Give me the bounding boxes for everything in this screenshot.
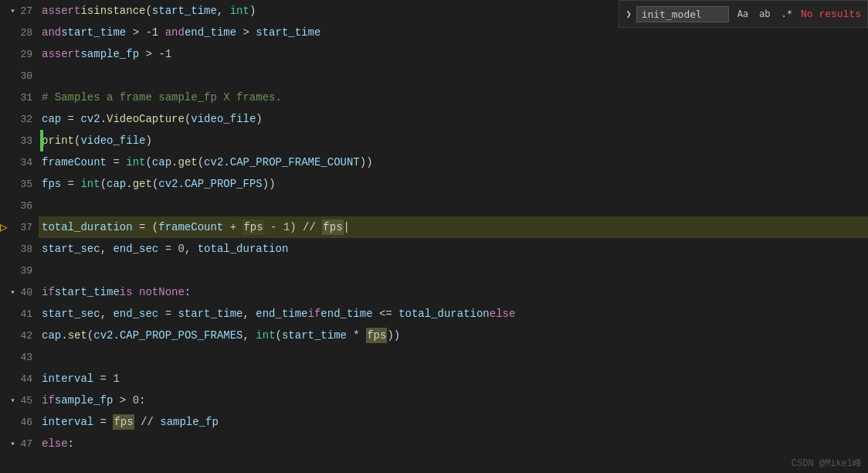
code-content: if start_time is not None: bbox=[39, 281, 868, 303]
code-content: fps = int(cap.get(cv2.CAP_PROP_FPS)) bbox=[39, 173, 868, 195]
code-line: 29 assert sample_fp > -1 bbox=[0, 43, 868, 65]
code-content: # Samples a frame sample_fp X frames. bbox=[39, 87, 868, 108]
line-number: 31 bbox=[20, 92, 32, 104]
code-line: 36 bbox=[0, 195, 868, 216]
code-content bbox=[39, 260, 868, 281]
code-line: 41 start_sec, end_sec = start_time, end_… bbox=[0, 303, 868, 325]
fold-arrow-icon[interactable]: ▾ bbox=[8, 6, 17, 15]
code-content: cap.set(cv2.CAP_PROP_POS_FRAMES, int(sta… bbox=[39, 325, 868, 346]
search-whole-word-button[interactable]: ab bbox=[755, 7, 774, 21]
search-input[interactable] bbox=[636, 6, 729, 22]
line-number: 43 bbox=[20, 352, 32, 363]
line-number-gutter: ▾45 bbox=[0, 390, 39, 411]
fold-arrow-icon[interactable]: ▾ bbox=[8, 288, 17, 297]
search-options: Aa ab .* bbox=[734, 7, 796, 21]
code-content: else: bbox=[39, 433, 868, 454]
line-number: 47 bbox=[20, 438, 32, 450]
line-number: 35 bbox=[20, 179, 32, 190]
line-number: 27 bbox=[20, 5, 32, 17]
line-number: 42 bbox=[20, 330, 32, 342]
code-line: ▷37 total_duration = (frameCount + fps -… bbox=[0, 216, 868, 238]
code-line: 33 print(video_file) bbox=[0, 130, 868, 151]
line-number-gutter: 38 bbox=[0, 238, 39, 260]
line-number: 30 bbox=[20, 70, 32, 82]
code-content: start_sec, end_sec = start_time, end_tim… bbox=[39, 303, 868, 325]
line-number-gutter: 46 bbox=[0, 411, 39, 433]
line-number-gutter: 39 bbox=[0, 260, 39, 281]
code-content bbox=[39, 195, 868, 216]
line-number-gutter: 44 bbox=[0, 368, 39, 390]
code-content: print(video_file) bbox=[39, 130, 868, 151]
line-number-gutter: ▾47 bbox=[0, 433, 39, 454]
search-forward-icon: ❯ bbox=[626, 9, 631, 20]
search-regex-button[interactable]: .* bbox=[778, 7, 796, 21]
code-content: assert sample_fp > -1 bbox=[39, 43, 868, 65]
line-number-gutter: 30 bbox=[0, 65, 39, 87]
code-line: ▾45 if sample_fp > 0: bbox=[0, 390, 868, 411]
search-no-results: No results bbox=[801, 9, 861, 20]
line-number: 34 bbox=[20, 157, 32, 168]
watermark: CSDN @Mikel峰 bbox=[792, 457, 862, 470]
line-number: 40 bbox=[20, 287, 32, 298]
line-number: 32 bbox=[20, 114, 32, 125]
code-content: start_sec, end_sec = 0, total_duration bbox=[39, 238, 868, 260]
debug-breakpoint-icon: ▷ bbox=[0, 219, 8, 235]
line-number-gutter: 42 bbox=[0, 325, 39, 346]
code-content: frameCount = int(cap.get(cv2.CAP_PROP_FR… bbox=[39, 151, 868, 173]
code-editor: ▾27 assert isinstance(start_time, int)28… bbox=[0, 0, 868, 454]
line-number-gutter: 31 bbox=[0, 87, 39, 108]
code-line: 42 cap.set(cv2.CAP_PROP_POS_FRAMES, int(… bbox=[0, 325, 868, 346]
line-number: 44 bbox=[20, 373, 32, 385]
line-number: 33 bbox=[20, 135, 32, 147]
code-content: total_duration = (frameCount + fps - 1) … bbox=[39, 216, 868, 238]
code-line: 39 bbox=[0, 260, 868, 281]
code-line: ▾47 else: bbox=[0, 433, 868, 454]
line-number-gutter: 43 bbox=[0, 346, 39, 368]
code-content: if sample_fp > 0: bbox=[39, 390, 868, 411]
line-number: 39 bbox=[20, 265, 32, 277]
line-number-gutter: ▾27 bbox=[0, 0, 39, 22]
line-number: 38 bbox=[20, 243, 32, 255]
code-content: interval = 1 bbox=[39, 368, 868, 390]
code-line: 46 interval = fps // sample_fp bbox=[0, 411, 868, 433]
code-content bbox=[39, 346, 868, 368]
line-number: 36 bbox=[20, 200, 32, 212]
line-number: 45 bbox=[20, 395, 32, 407]
code-line: 38 start_sec, end_sec = 0, total_duratio… bbox=[0, 238, 868, 260]
line-number-gutter: 29 bbox=[0, 43, 39, 65]
line-number-gutter: 33 bbox=[0, 130, 39, 151]
code-line: 31 # Samples a frame sample_fp X frames. bbox=[0, 87, 868, 108]
line-number: 46 bbox=[20, 417, 32, 428]
line-number: 28 bbox=[20, 27, 32, 39]
code-line: 43 bbox=[0, 346, 868, 368]
code-content: interval = fps // sample_fp bbox=[39, 411, 868, 433]
execution-bar bbox=[40, 130, 43, 151]
line-number-gutter: 32 bbox=[0, 108, 39, 130]
code-line: 32 cap = cv2.VideoCapture(video_file) bbox=[0, 108, 868, 130]
line-number-gutter: 28 bbox=[0, 22, 39, 43]
code-line: 44 interval = 1 bbox=[0, 368, 868, 390]
fold-arrow-icon[interactable]: ▾ bbox=[8, 396, 17, 405]
line-number: 37 bbox=[20, 222, 32, 233]
line-number: 29 bbox=[20, 49, 32, 60]
code-content bbox=[39, 65, 868, 87]
line-number-gutter: 36 bbox=[0, 195, 39, 216]
line-number-gutter: 34 bbox=[0, 151, 39, 173]
line-number-gutter: ▾40 bbox=[0, 281, 39, 303]
code-line: 34 frameCount = int(cap.get(cv2.CAP_PROP… bbox=[0, 151, 868, 173]
code-line: 30 bbox=[0, 65, 868, 87]
code-line: ▾40 if start_time is not None: bbox=[0, 281, 868, 303]
code-content: cap = cv2.VideoCapture(video_file) bbox=[39, 108, 868, 130]
line-number: 41 bbox=[20, 308, 32, 320]
line-number-gutter: 35 bbox=[0, 173, 39, 195]
fold-arrow-icon[interactable]: ▾ bbox=[8, 439, 17, 448]
search-case-sensitive-button[interactable]: Aa bbox=[734, 7, 752, 21]
code-line: 35 fps = int(cap.get(cv2.CAP_PROP_FPS)) bbox=[0, 173, 868, 195]
line-number-gutter: 41 bbox=[0, 303, 39, 325]
search-bar: ❯ Aa ab .* No results bbox=[619, 0, 868, 28]
